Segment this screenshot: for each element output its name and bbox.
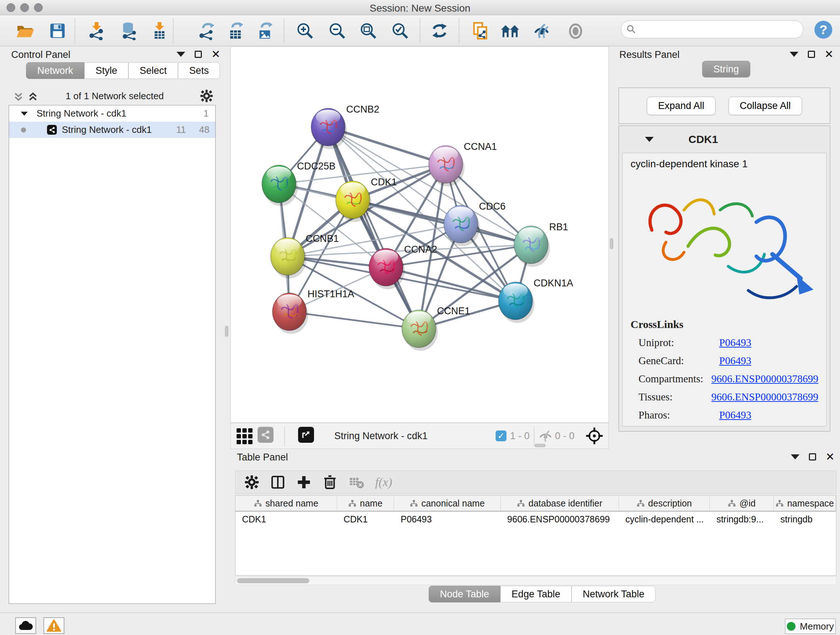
crosslink-link[interactable]: 9606.ENSP00000378699 (711, 391, 818, 402)
close-panel-icon[interactable]: ✕ (211, 51, 220, 58)
table-cell[interactable]: cyclin-dependent ... (619, 511, 710, 527)
delete-column-trash-icon[interactable] (322, 475, 338, 490)
network-node-cdkn1a[interactable] (499, 282, 534, 323)
float-panel-icon[interactable] (809, 453, 816, 461)
crosslink-link[interactable]: P06493 (719, 409, 752, 421)
search-box (621, 20, 804, 38)
gear-icon[interactable] (200, 89, 213, 103)
expand-all-button[interactable]: Expand All (647, 97, 715, 115)
panel-menu-icon[interactable] (177, 52, 185, 57)
table-cell[interactable]: stringdb:9... (710, 511, 774, 527)
apply-layout-icon[interactable] (430, 21, 449, 41)
tab-edge-table[interactable]: Edge Table (500, 586, 572, 602)
network-edge[interactable] (289, 312, 419, 329)
table-header-row: shared namenamecanonical namedatabase id… (235, 496, 836, 511)
network-node-label: HIST1H1A (308, 288, 354, 299)
birds-eye-grid-icon[interactable] (237, 428, 253, 444)
import-table-icon[interactable] (150, 21, 169, 41)
column-header-canonical-name[interactable]: canonical name (394, 496, 501, 511)
network-node-ccne1[interactable] (402, 310, 438, 351)
show-columns-icon[interactable] (270, 475, 286, 490)
hidden-counts: 0 - 0 (555, 431, 575, 442)
help-icon[interactable]: ? (813, 19, 834, 40)
column-header-namespace[interactable]: namespace (774, 496, 836, 511)
network-node-cdc25b[interactable] (262, 165, 298, 206)
network-canvas[interactable]: CCNB2CCNA1CDC25BCDK1CDC6RB1CCNB1CCNA2CDK… (231, 46, 609, 423)
tab-network[interactable]: Network (26, 62, 84, 79)
crosslink-link[interactable]: P06493 (719, 355, 752, 366)
table-cell[interactable]: stringdb (774, 511, 836, 527)
table-cell[interactable]: CDK1 (337, 511, 394, 527)
crosslink-link[interactable]: 9606.ENSP00000378699 (711, 373, 818, 385)
houses-icon[interactable] (500, 21, 520, 41)
close-panel-icon[interactable]: ✕ (824, 51, 834, 58)
export-table-icon[interactable] (226, 21, 246, 41)
show-graphics-details-eye-icon[interactable] (566, 21, 585, 41)
float-panel-icon[interactable] (195, 51, 202, 58)
node-section-header[interactable]: CDK1 (619, 126, 830, 153)
zoom-out-icon[interactable] (327, 21, 347, 41)
panel-menu-icon[interactable] (791, 454, 799, 459)
zoom-in-icon[interactable] (295, 21, 315, 41)
tab-node-table[interactable]: Node Table (429, 586, 500, 602)
cloud-button[interactable] (15, 617, 36, 634)
float-panel-icon[interactable] (808, 51, 815, 58)
network-node-ccnb2[interactable] (311, 108, 347, 149)
warning-button[interactable] (43, 617, 65, 634)
table-row[interactable]: CDK1CDK1P064939606.ENSP00000378699cyclin… (235, 511, 836, 527)
column-network-icon (728, 499, 736, 507)
memory-button[interactable]: Memory (785, 619, 836, 634)
network-node-hist1h1a[interactable] (272, 293, 308, 334)
tab-sets[interactable]: Sets (178, 62, 220, 79)
fit-content-crosshair-icon[interactable] (584, 426, 604, 446)
network-node-label: CDKN1A (534, 278, 573, 288)
column-header-name[interactable]: name (337, 496, 394, 511)
column-header-description[interactable]: description (619, 496, 710, 511)
export-image-icon[interactable] (256, 21, 275, 41)
new-network-from-selection-icon[interactable] (471, 21, 490, 41)
column-header-shared-name[interactable]: shared name (235, 496, 337, 511)
crosslink-link[interactable]: P06493 (719, 337, 752, 348)
collapse-all-button[interactable]: Collapse All (729, 97, 802, 115)
collection-expand-icon[interactable] (21, 111, 27, 116)
hide-selected-eye-icon[interactable] (532, 21, 551, 41)
tab-network-table[interactable]: Network Table (572, 586, 656, 602)
tab-select[interactable]: Select (128, 62, 178, 79)
tab-string[interactable]: String (702, 61, 750, 78)
detach-view-icon[interactable] (298, 427, 314, 443)
save-icon[interactable] (48, 21, 67, 41)
delete-table-icon (348, 474, 364, 490)
table-settings-gear-icon[interactable] (244, 475, 259, 490)
network-node-cdk1[interactable] (336, 181, 371, 222)
splitter-handle[interactable] (225, 326, 228, 337)
network-collection-row[interactable]: String Network - cdk1 1 (9, 105, 215, 122)
table-tabs: Node TableEdge TableNetwork Table (429, 586, 655, 602)
tab-style[interactable]: Style (84, 62, 128, 79)
import-network-database-icon[interactable] (119, 21, 139, 41)
scrollbar-thumb[interactable] (237, 578, 309, 583)
table-cell[interactable]: CDK1 (235, 511, 337, 527)
control-panel-title: Control Panel (11, 49, 71, 60)
zoom-selected-icon[interactable] (390, 21, 410, 41)
network-overview-icon[interactable] (257, 427, 273, 443)
splitter-handle[interactable] (535, 444, 546, 447)
panel-menu-icon[interactable] (790, 52, 798, 57)
import-network-file-icon[interactable] (87, 21, 106, 41)
column-header--id[interactable]: @id (710, 496, 774, 511)
network-node-rb1[interactable] (514, 226, 550, 267)
section-collapse-icon[interactable] (645, 137, 654, 142)
open-folder-icon[interactable] (15, 21, 35, 41)
selected-checkbox-icon[interactable]: ✓ (496, 431, 507, 441)
column-header-database-identifier[interactable]: database identifier (501, 496, 619, 511)
zoom-fit-icon[interactable] (358, 21, 378, 41)
table-cell[interactable]: 9606.ENSP00000378699 (501, 511, 619, 527)
network-node-ccna2[interactable] (369, 249, 405, 289)
export-network-icon[interactable] (197, 21, 216, 41)
table-cell[interactable]: P06493 (394, 511, 501, 527)
search-input[interactable] (636, 24, 792, 35)
network-node-ccna1[interactable] (429, 146, 464, 187)
horizontal-scrollbar[interactable] (235, 576, 836, 585)
close-panel-icon[interactable]: ✕ (826, 453, 835, 461)
network-row[interactable]: String Network - cdk1 11 48 (9, 122, 215, 138)
add-column-plus-icon[interactable] (296, 475, 311, 490)
